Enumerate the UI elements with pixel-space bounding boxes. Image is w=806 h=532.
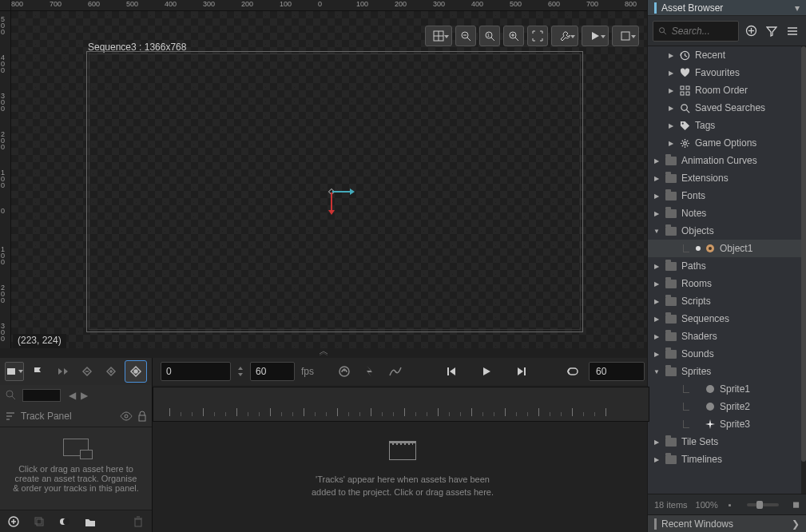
folder-sounds[interactable]: Sounds — [648, 345, 801, 363]
folder-animation-curves[interactable]: Animation Curves — [648, 152, 801, 169]
svg-point-68 — [682, 122, 684, 124]
sequence-canvas[interactable]: Sequence3 : 1366x768 (223, 224) 1 — [11, 11, 647, 348]
zoom-slider[interactable] — [747, 503, 779, 506]
skip-start-button[interactable] — [442, 362, 461, 381]
svg-marker-49 — [483, 367, 490, 375]
quick-game-options[interactable]: Game Options — [648, 134, 801, 152]
svg-rect-65 — [686, 92, 689, 95]
splitter-handle[interactable] — [0, 348, 647, 358]
ruler-tick: 200 — [241, 0, 253, 8]
duplicate-track-button[interactable] — [32, 514, 46, 529]
folder-icon — [665, 280, 677, 288]
ruler-tick: 100 — [1, 169, 5, 189]
track-next-icon[interactable]: ▶ — [81, 390, 88, 401]
saved-searches-icon — [680, 103, 690, 113]
folder-paths[interactable]: Paths — [648, 257, 801, 275]
frames-icon — [389, 441, 416, 460]
play-button[interactable] — [477, 362, 496, 381]
folder-sequences[interactable]: Sequences — [648, 310, 801, 328]
game-options-icon — [680, 138, 690, 149]
curve-button[interactable] — [386, 362, 405, 381]
zoom-reset-button[interactable]: 1 — [479, 26, 500, 46]
asset-search-box[interactable] — [653, 21, 739, 42]
folder-timelines[interactable]: Timelines — [648, 451, 801, 468]
track-filter-input[interactable] — [22, 389, 61, 402]
quick-favourites[interactable]: Favourites — [648, 64, 801, 81]
zoom-out-button[interactable] — [455, 26, 476, 46]
clip-mask-button[interactable] — [58, 514, 72, 529]
remove-key-button[interactable] — [77, 361, 97, 382]
svg-rect-51 — [524, 367, 526, 375]
ruler-tick: 600 — [548, 0, 560, 8]
asset-browser-header[interactable]: Asset Browser ▾ — [648, 0, 806, 16]
zoom-in-icon[interactable]: ◼ — [792, 501, 800, 509]
folder-sprites[interactable]: Sprites — [648, 363, 801, 380]
ruler-tick: 300 — [1, 93, 5, 112]
asset-sprite1[interactable]: Sprite1 — [648, 380, 801, 398]
asset-tree[interactable]: RecentFavouritesRoom OrderSaved Searches… — [648, 46, 806, 494]
scrollbar-thumb[interactable] — [801, 46, 806, 462]
svg-marker-43 — [238, 373, 243, 376]
flag-icon[interactable] — [29, 363, 46, 380]
sort-icon[interactable] — [5, 411, 16, 421]
asset-sprite3[interactable]: Sprite3 — [648, 415, 801, 433]
svg-point-25 — [6, 391, 13, 397]
asset-search-input[interactable] — [672, 26, 733, 37]
timeline-ruler[interactable] — [153, 387, 649, 422]
visibility-icon[interactable] — [120, 411, 133, 421]
quick-saved-searches[interactable]: Saved Searches — [648, 99, 801, 117]
current-frame-field[interactable]: 0 — [161, 362, 231, 381]
recent-windows-bar[interactable]: Recent Windows ❯ — [648, 514, 806, 532]
canvas-options-button[interactable] — [612, 26, 639, 46]
sequence-length-field[interactable] — [589, 362, 645, 381]
asset-object1[interactable]: Object1 — [648, 240, 801, 257]
menu-button[interactable] — [784, 22, 801, 40]
add-asset-button[interactable] — [742, 22, 760, 40]
folder-rooms[interactable]: Rooms — [648, 275, 801, 292]
tools-button[interactable] — [551, 26, 578, 46]
ruler-tick: 500 — [1, 16, 5, 35]
svg-point-72 — [706, 385, 714, 393]
svg-point-66 — [681, 104, 687, 109]
folder-tile-sets[interactable]: Tile Sets — [648, 433, 801, 451]
folder-shaders[interactable]: Shaders — [648, 328, 801, 345]
autokey-button[interactable] — [125, 360, 147, 383]
folder-objects[interactable]: Objects — [648, 222, 801, 240]
lock-icon[interactable] — [137, 411, 147, 422]
svg-rect-35 — [35, 518, 42, 524]
tree-scrollbar[interactable] — [801, 46, 806, 494]
timeline-drop-zone[interactable]: 'Tracks' appear here when assets have be… — [153, 422, 653, 532]
fit-canvas-button[interactable] — [527, 26, 548, 46]
folder-extensions[interactable]: Extensions — [648, 169, 801, 187]
skip-end-button[interactable] — [512, 362, 531, 381]
grid-button[interactable] — [425, 26, 452, 46]
delete-track-button[interactable] — [131, 514, 145, 529]
track-search-icon[interactable] — [5, 389, 18, 402]
prev-key-button[interactable] — [53, 361, 73, 382]
track-prev-icon[interactable]: ◀ — [69, 390, 76, 401]
folder-scripts[interactable]: Scripts — [648, 292, 801, 310]
zoom-in-button[interactable] — [503, 26, 524, 46]
filter-button[interactable] — [763, 22, 780, 40]
asset-sprite2[interactable]: Sprite2 — [648, 398, 801, 415]
zoom-out-icon[interactable]: ▪ — [726, 501, 734, 509]
track-drop-zone[interactable]: Click or drag an asset here to create an… — [0, 427, 152, 510]
quick-room-order[interactable]: Room Order — [648, 81, 801, 99]
ruler-tick: 300 — [203, 0, 215, 8]
add-track-button[interactable] — [6, 514, 21, 529]
play-options-button[interactable] — [582, 26, 609, 46]
folder-fonts[interactable]: Fonts — [648, 187, 801, 204]
quick-recent[interactable]: Recent — [648, 46, 801, 64]
fps-field[interactable]: 60 — [250, 362, 295, 381]
loop-button[interactable] — [563, 362, 582, 381]
folder-notes[interactable]: Notes — [648, 204, 801, 222]
folder-icon — [665, 367, 677, 376]
layer-mode-button[interactable] — [5, 362, 24, 381]
broadcast-button[interactable] — [335, 362, 354, 381]
group-button[interactable] — [83, 514, 97, 529]
ruler-vertical: 5004003002001000100200300 — [0, 11, 11, 348]
moment-button[interactable] — [360, 362, 379, 381]
quick-tags[interactable]: Tags — [648, 117, 801, 134]
add-key-button[interactable] — [101, 361, 121, 382]
frame-stepper-icon[interactable] — [237, 365, 244, 378]
